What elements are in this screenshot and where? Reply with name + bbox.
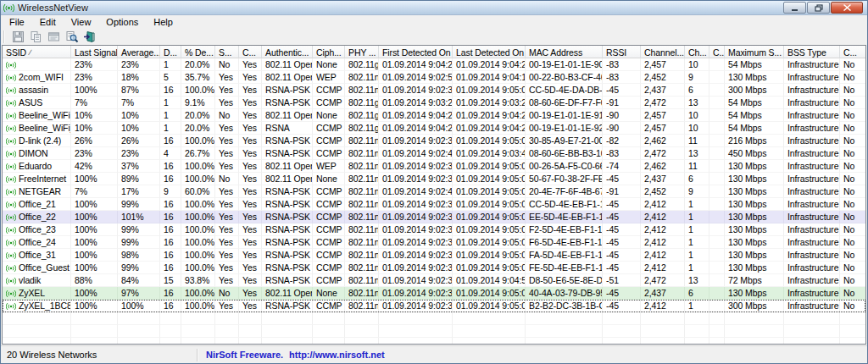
column-header-maximum_speed[interactable]: Maximum S... <box>725 46 784 58</box>
cell-connectable: Yes <box>239 249 262 262</box>
menu-edit[interactable]: Edit <box>32 16 64 28</box>
cell-detection_count: 1 <box>160 97 181 109</box>
cell-connectable: Yes <box>239 211 262 223</box>
table-row[interactable]: Eduardo42%37%16100.0%YesYes802.11 OpenWE… <box>3 160 865 173</box>
column-header-authentication[interactable]: Authentic... <box>262 46 313 58</box>
column-header-channel_freq[interactable]: Channel... <box>641 46 685 58</box>
table-row[interactable]: Office_21100%99%16100.0%YesYesRSNA-PSKCC… <box>3 198 865 211</box>
cell-col_c1 <box>709 71 725 84</box>
menu-view[interactable]: View <box>64 16 99 28</box>
cell-channel_freq: 2,457 <box>641 109 685 122</box>
column-header-last_detected[interactable]: Last Detected On <box>453 46 526 58</box>
column-header-first_detected[interactable]: First Detected On <box>379 46 453 58</box>
menu-options[interactable]: Options <box>98 16 146 28</box>
cell-connectable: Yes <box>239 274 262 287</box>
table-row[interactable]: Office_24100%99%16100.0%YesYesRSNA-PSKCC… <box>3 236 865 249</box>
cell-mac_address: 08-60-6E-DF-F7-F0 <box>526 97 603 109</box>
close-button[interactable] <box>831 2 863 14</box>
properties-icon[interactable] <box>45 30 63 44</box>
table-row[interactable]: Beeline_WiFi_...10%10%120.0%YesYesRSNACC… <box>3 122 865 135</box>
cell-average_signal: 99% <box>118 223 160 236</box>
cell-authentication: 802.11 Open <box>262 58 313 71</box>
cell-bss_type: Infrastructure <box>784 274 840 287</box>
cell-cipher: WEP <box>313 160 345 173</box>
table-row[interactable]: ZyXEL100%97%16100.0%NoYes802.11 OpenNone… <box>3 287 865 300</box>
toolbar-separator <box>3 30 5 43</box>
wifi-signal-icon <box>6 251 16 260</box>
cell-maximum_speed: 130 Mbps <box>725 160 784 173</box>
table-row[interactable]: Office_Guest100%99%16100.0%YesYesRSNA-PS… <box>3 262 865 274</box>
advanced-options-icon[interactable] <box>63 30 81 44</box>
column-header-last_signal[interactable]: Last Signal <box>71 46 118 58</box>
cell-cipher: CCMP <box>313 198 345 211</box>
cell-col_c2: No <box>840 185 866 198</box>
nirsoft-link[interactable]: http://www.nirsoft.net <box>289 350 385 360</box>
minimize-button[interactable] <box>783 2 806 14</box>
cell-col_c1 <box>709 147 725 160</box>
column-header-ssid[interactable]: SSID∕ <box>3 46 71 58</box>
cell-col_c2 <box>840 338 866 345</box>
cell-channel_num: 11 <box>685 135 709 147</box>
table-row[interactable]: 23%23%120.0%NoYes802.11 OpenNone802.11g0… <box>3 58 865 71</box>
restore-button[interactable] <box>807 2 830 14</box>
column-header-phy_type[interactable]: PHY ... <box>345 46 379 58</box>
table-row[interactable]: 2com_WIFI23%18%535.7%YesYes802.11 OpenWE… <box>3 71 865 84</box>
cell-mac_address: CC-5D-4E-DA-DB-50 <box>526 84 603 97</box>
table-row[interactable]: ASUS7%7%19.1%YesYesRSNA-PSKCCMP802.11g01… <box>3 97 865 109</box>
column-header-cipher[interactable]: Ciph... <box>313 46 345 58</box>
cell-bss_type: Infrastructure <box>784 287 840 300</box>
cell-security <box>215 338 239 345</box>
copy-icon[interactable] <box>27 30 45 44</box>
table-row[interactable]: Office_31100%98%16100.0%YesYesRSNA-PSKCC… <box>3 249 865 262</box>
table-row[interactable]: Office_23100%99%16100.0%YesYesRSNA-PSKCC… <box>3 223 865 236</box>
table-row[interactable]: DIMON23%23%426.7%YesYesRSNA-PSKCCMP802.1… <box>3 147 865 160</box>
title-bar[interactable]: WirelessNetView <box>1 1 867 15</box>
menu-file[interactable]: File <box>2 16 32 28</box>
cell-col_c1 <box>709 236 725 249</box>
table-row[interactable]: D-link (2.4)26%26%16100.0%YesYesRSNA-PSK… <box>3 135 865 147</box>
cell-maximum_speed: 130 Mbps <box>725 262 784 274</box>
table-row[interactable]: FreeInternet100%89%16100.0%NoYes802.11 O… <box>3 173 865 185</box>
column-header-detection_count[interactable]: D... <box>160 46 181 58</box>
cell-connectable: Yes <box>239 300 262 312</box>
table-row[interactable]: Office_22100%101%16100.0%YesYesRSNA-PSKC… <box>3 211 865 223</box>
ssid-label: NETGEAR <box>19 186 61 197</box>
cell-average_signal: 100% <box>118 300 160 312</box>
column-header-channel_num[interactable]: Ch... <box>685 46 709 58</box>
table-row[interactable]: Beeline_WiFi10%10%120.0%NoYes802.11 Open… <box>3 109 865 122</box>
cell-security: Yes <box>215 71 239 84</box>
table-row[interactable]: assasin100%87%16100.0%YesYesRSNA-PSKCCMP… <box>3 84 865 97</box>
column-header-col_c2[interactable]: C... <box>840 46 866 58</box>
cell-average_signal: 101% <box>118 211 160 223</box>
cell-last_detected: 01.09.2014 9:05:09 <box>453 211 526 223</box>
column-header-col_c1[interactable]: C.. <box>709 46 725 58</box>
cell-rssi: -45 <box>603 262 641 274</box>
exit-icon[interactable] <box>81 30 98 44</box>
cell-security: Yes <box>215 211 239 223</box>
cell-detection_count: 15 <box>160 274 181 287</box>
table-row[interactable]: NETGEAR7%17%960.0%YesYesRSNA-PSKCCMP802.… <box>3 185 865 198</box>
table-row[interactable]: vladik88%84%1593.8%YesYesRSNA-PSKCCMP802… <box>3 274 865 287</box>
column-header-rssi[interactable]: RSSI <box>603 46 641 58</box>
cell-cipher: CCMP <box>313 84 345 97</box>
cell-connectable: Yes <box>239 185 262 198</box>
save-icon[interactable] <box>9 30 27 44</box>
cell-security: No <box>215 109 239 122</box>
column-header-label: RSSI <box>606 47 626 58</box>
menu-help[interactable]: Help <box>146 16 181 28</box>
column-header-connectable[interactable]: C... <box>239 46 262 58</box>
cell-bss_type: Infrastructure <box>784 58 840 71</box>
cell-bss_type: Infrastructure <box>784 109 840 122</box>
cell-mac_address: 20-4E-7F-6F-4B-67 <box>526 185 603 198</box>
cell-last_detected: 01.09.2014 9:04:29 <box>453 122 526 135</box>
cell-channel_num: 6 <box>685 84 709 97</box>
column-header-average_signal[interactable]: Average... <box>118 46 160 58</box>
cell-average_signal: 26% <box>118 135 160 147</box>
column-header-mac_address[interactable]: MAC Address <box>526 46 603 58</box>
column-header-security[interactable]: S... <box>215 46 239 58</box>
column-header-bss_type[interactable]: BSS Type <box>784 46 840 58</box>
table-row[interactable]: ZyXEL_1BC8100%100%16100.0%YesYesRSNA-PSK… <box>3 300 865 312</box>
wifi-signal-icon <box>6 188 16 196</box>
cell-maximum_speed: 54 Mbps <box>725 97 784 109</box>
column-header-pct_detection[interactable]: % De... <box>181 46 215 58</box>
